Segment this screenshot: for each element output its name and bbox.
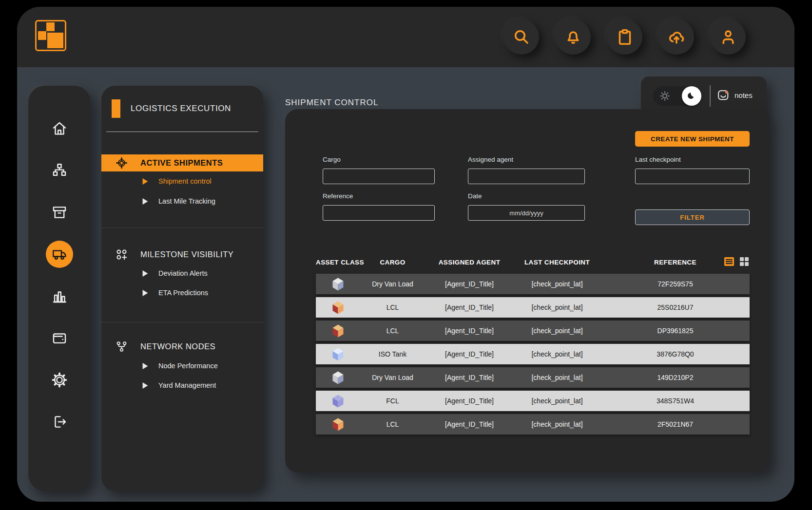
cargo-cube-icon — [331, 347, 345, 361]
triangle-marker-icon — [142, 198, 148, 205]
sidebar-item-inventory[interactable] — [49, 202, 70, 223]
table-row[interactable]: FCL [Agent_ID_Title] [check_point_lat] 3… — [316, 391, 750, 411]
list-view-icon[interactable] — [724, 256, 735, 267]
network-nodes-icon — [115, 340, 128, 353]
sidebar-item-analytics[interactable] — [49, 285, 70, 307]
truck-icon — [52, 246, 67, 262]
cargo-cell: LCL — [360, 303, 425, 311]
shipments-table: ASSET CLASS CARGO ASSIGNED AGENT LAST CH… — [316, 255, 750, 437]
logout-icon — [51, 414, 68, 430]
nav-item-eta-predictions[interactable]: ETA Predictions — [142, 287, 208, 298]
sidebar-item-billing[interactable] — [49, 327, 70, 349]
agent-cell: [Agent_ID_Title] — [425, 303, 513, 311]
agent-cell: [Agent_ID_Title] — [425, 374, 513, 381]
notifications-button[interactable] — [556, 19, 591, 55]
logo-square — [38, 31, 46, 40]
cargo-cell: Dry Van Load — [360, 280, 425, 288]
triangle-marker-icon — [142, 270, 148, 277]
reference-cell: 25S0216U7 — [601, 303, 750, 311]
reference-cell: 149D210P2 — [601, 374, 750, 381]
nav-item-yard-management[interactable]: Yard Management — [142, 380, 216, 391]
wallet-icon — [51, 330, 68, 346]
notes-icon — [716, 88, 730, 102]
clipboard-icon — [616, 28, 634, 46]
notes-button[interactable]: notes — [716, 88, 753, 102]
milestones-icon — [115, 248, 128, 261]
search-button[interactable] — [504, 19, 539, 55]
sun-icon[interactable] — [659, 90, 671, 102]
logo-square — [47, 33, 63, 48]
checkpoint-cell: [check_point_lat] — [513, 374, 601, 381]
cargo-label: Cargo — [323, 156, 435, 163]
column-header: ASSET CLASS — [316, 259, 360, 266]
nav-header-badge — [112, 99, 120, 118]
profile-button[interactable] — [711, 19, 746, 55]
asset-class-cell — [316, 301, 360, 315]
assigned-agent-input[interactable] — [468, 169, 585, 184]
reference-input[interactable] — [323, 205, 435, 221]
cargo-input[interactable] — [323, 169, 435, 184]
table-row[interactable]: LCL [Agent_ID_Title] [check_point_lat] D… — [316, 321, 750, 341]
nav-item-shipment-control[interactable]: Shipment control — [142, 176, 212, 187]
nav-panel: LOGISTICS EXECUTION ACTIVE SHIPMENTS Shi… — [101, 86, 263, 491]
table-row[interactable]: ISO Tank [Agent_ID_Title] [check_point_l… — [316, 344, 750, 364]
last-checkpoint-input[interactable] — [635, 169, 750, 184]
table-row[interactable]: LCL [Agent_ID_Title] [check_point_lat] 2… — [316, 414, 750, 434]
bar-chart-icon — [51, 288, 68, 304]
divider — [106, 132, 258, 132]
sidebar-item-network[interactable] — [49, 160, 70, 181]
divider — [710, 85, 711, 107]
date-field: Date — [468, 192, 585, 221]
column-header: CARGO — [360, 259, 425, 266]
asset-class-cell — [316, 324, 360, 338]
nav-section-label: NETWORK NODES — [140, 342, 215, 351]
agent-cell: [Agent_ID_Title] — [425, 327, 513, 335]
triangle-marker-icon — [142, 178, 148, 185]
checkpoint-cell: [check_point_lat] — [513, 303, 601, 311]
checkpoint-cell: [check_point_lat] — [513, 327, 601, 335]
table-row[interactable]: Dry Van Load [Agent_ID_Title] [check_poi… — [316, 274, 750, 294]
nav-section-label: MILESTONE VISIBILITY — [140, 250, 233, 259]
tasks-button[interactable] — [607, 19, 642, 55]
nav-title: LOGISTICS EXECUTION — [131, 104, 231, 113]
nav-item-deviation-alerts[interactable]: Deviation Alerts — [142, 268, 208, 279]
grid-view-icon[interactable] — [739, 256, 750, 267]
nav-item-node-performance[interactable]: Node Performance — [142, 360, 218, 371]
sidebar-item-shipments[interactable] — [46, 241, 73, 268]
reference-cell: DP3961825 — [601, 327, 750, 335]
sidebar-item-home[interactable] — [49, 118, 70, 139]
sidebar-item-logout[interactable] — [49, 411, 70, 433]
cargo-cell: LCL — [360, 420, 425, 428]
cargo-cell: FCL — [360, 397, 425, 405]
theme-toggle[interactable] — [653, 86, 702, 106]
date-label: Date — [468, 192, 585, 200]
table-row[interactable]: Dry Van Load [Agent_ID_Title] [check_poi… — [316, 367, 750, 388]
table-row[interactable]: LCL [Agent_ID_Title] [check_point_lat] 2… — [316, 297, 750, 318]
sidebar-item-settings[interactable] — [49, 369, 70, 391]
upload-button[interactable] — [659, 19, 694, 55]
search-icon — [513, 28, 530, 46]
cargo-cube-icon — [331, 394, 345, 408]
brand-logo[interactable] — [35, 20, 66, 51]
gear-icon — [51, 372, 68, 388]
nav-section-network-nodes[interactable]: NETWORK NODES — [101, 338, 263, 355]
asset-class-cell — [316, 394, 360, 408]
create-new-shipment-button[interactable]: CREATE NEW SHIPMENT — [635, 131, 750, 147]
triangle-marker-icon — [142, 290, 148, 296]
topbar-actions — [504, 19, 746, 55]
date-input[interactable] — [468, 205, 585, 221]
checkpoint-cell: [check_point_lat] — [513, 350, 601, 358]
moon-icon[interactable] — [682, 86, 701, 106]
reference-cell: 348S751W4 — [601, 397, 750, 405]
logo-square — [46, 22, 55, 31]
last-checkpoint-field: Last checkpoint — [635, 156, 750, 184]
filter-button[interactable]: FILTER — [635, 209, 750, 225]
nav-section-label: ACTIVE SHIPMENTS — [140, 158, 223, 168]
nav-item-last-mile-tracking[interactable]: Last Mile Tracking — [142, 196, 215, 207]
nav-header: LOGISTICS EXECUTION — [101, 99, 263, 121]
nav-section-active-shipments[interactable]: ACTIVE SHIPMENTS — [101, 154, 263, 171]
nav-section-milestone-visibility[interactable]: MILESTONE VISIBILITY — [101, 246, 263, 263]
agent-cell: [Agent_ID_Title] — [425, 420, 513, 428]
agent-cell: [Agent_ID_Title] — [425, 350, 513, 358]
user-icon — [719, 28, 737, 46]
